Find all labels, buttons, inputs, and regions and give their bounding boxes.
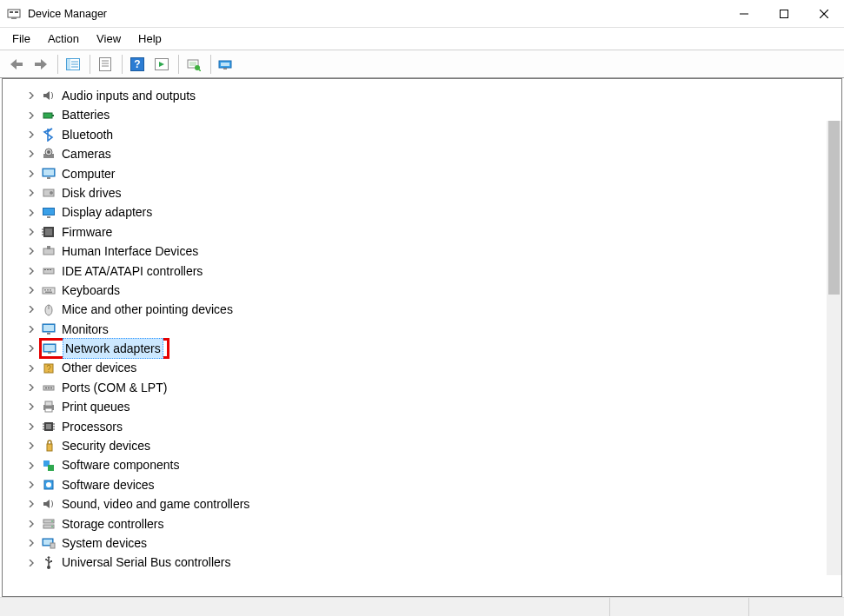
device-tree[interactable]: Audio inputs and outputsBatteriesBluetoo… xyxy=(3,79,841,580)
tree-item-label: Display adapters xyxy=(62,202,152,222)
expand-chevron-icon[interactable] xyxy=(25,401,37,413)
show-hide-tree-button[interactable] xyxy=(62,53,84,76)
speaker-icon xyxy=(41,496,56,512)
expand-chevron-icon[interactable] xyxy=(25,440,37,452)
tree-item-keyboards[interactable]: Keyboards xyxy=(25,281,841,300)
expand-chevron-icon[interactable] xyxy=(25,498,37,510)
nav-forward-button[interactable] xyxy=(30,53,52,76)
tree-item-monitors[interactable]: Monitors xyxy=(25,320,841,339)
toolbar-separator xyxy=(90,55,90,74)
expand-chevron-icon[interactable] xyxy=(25,187,37,199)
expand-chevron-icon[interactable] xyxy=(25,362,37,374)
svg-rect-0 xyxy=(8,10,20,17)
expand-chevron-icon[interactable] xyxy=(25,109,37,122)
menu-action[interactable]: Action xyxy=(39,30,88,48)
close-button[interactable] xyxy=(804,0,844,27)
tree-item-label: Security devices xyxy=(62,436,150,455)
expand-chevron-icon[interactable] xyxy=(25,303,37,315)
status-cell xyxy=(748,598,844,616)
tree-item-ports-com-lpt[interactable]: Ports (COM & LPT) xyxy=(25,378,841,397)
tree-item-audio-inputs-and-outputs[interactable]: Audio inputs and outputs xyxy=(25,86,841,105)
expand-chevron-icon[interactable] xyxy=(25,129,37,141)
menu-view[interactable]: View xyxy=(88,30,130,48)
svg-rect-52 xyxy=(50,269,51,270)
svg-rect-5 xyxy=(781,10,788,17)
minimize-button[interactable] xyxy=(724,0,764,27)
expand-chevron-icon[interactable] xyxy=(25,284,37,296)
devices-printers-button[interactable] xyxy=(215,53,237,76)
menu-file[interactable]: File xyxy=(3,30,39,48)
svg-point-87 xyxy=(46,482,51,487)
expand-chevron-icon[interactable] xyxy=(25,518,37,530)
printer-icon xyxy=(41,399,56,414)
tree-item-label: Storage controllers xyxy=(62,514,164,533)
expand-chevron-icon[interactable] xyxy=(25,460,37,472)
help-button[interactable]: ? xyxy=(126,53,149,76)
tree-item-display-adapters[interactable]: Display adapters xyxy=(25,202,841,222)
svg-rect-73 xyxy=(45,401,52,406)
nav-back-button[interactable] xyxy=(5,53,28,76)
expand-chevron-icon[interactable] xyxy=(25,89,37,102)
properties-button[interactable] xyxy=(94,53,116,76)
tree-item-security-devices[interactable]: Security devices xyxy=(25,436,841,455)
svg-text:?: ? xyxy=(134,58,140,70)
tree-item-bluetooth[interactable]: Bluetooth xyxy=(25,125,841,144)
expand-chevron-icon[interactable] xyxy=(25,207,37,219)
scrollbar-thumb[interactable] xyxy=(828,121,840,295)
tree-item-firmware[interactable]: Firmware xyxy=(25,222,841,242)
svg-point-69 xyxy=(45,387,47,389)
tree-item-label: Keyboards xyxy=(62,281,120,300)
tree-item-label: System devices xyxy=(62,533,147,553)
tree-item-print-queues[interactable]: Print queues xyxy=(25,397,841,416)
expand-chevron-icon[interactable] xyxy=(25,342,37,354)
expand-chevron-icon[interactable] xyxy=(25,148,37,160)
expand-chevron-icon[interactable] xyxy=(25,557,37,569)
tree-item-system-devices[interactable]: System devices xyxy=(25,533,841,553)
svg-rect-3 xyxy=(11,17,17,19)
expand-chevron-icon[interactable] xyxy=(25,323,37,335)
camera-icon xyxy=(41,146,56,162)
tree-item-processors[interactable]: Processors xyxy=(25,417,841,436)
svg-rect-54 xyxy=(44,289,46,291)
tree-item-label: Computer xyxy=(62,164,115,183)
highlighted-tree-item[interactable]: Network adapters xyxy=(39,338,169,359)
tree-item-human-interface-devices[interactable]: Human Interface Devices xyxy=(25,242,841,261)
tree-item-network-adapters[interactable]: Network adapters xyxy=(25,339,841,358)
tree-item-ide-ata-atapi-controllers[interactable]: IDE ATA/ATAPI controllers xyxy=(25,262,841,281)
svg-rect-65 xyxy=(48,352,51,354)
tree-item-software-devices[interactable]: Software devices xyxy=(25,475,841,494)
scan-hardware-button[interactable] xyxy=(183,53,205,76)
firmware-icon xyxy=(41,224,56,240)
tree-item-other-devices[interactable]: ?Other devices xyxy=(25,358,841,377)
tree-item-computer[interactable]: Computer xyxy=(25,164,841,183)
maximize-button[interactable] xyxy=(764,0,804,27)
tree-item-cameras[interactable]: Cameras xyxy=(25,144,841,163)
expand-chevron-icon[interactable] xyxy=(25,265,37,277)
tree-item-sound-video-and-game-controllers[interactable]: Sound, video and game controllers xyxy=(25,494,841,513)
expand-chevron-icon[interactable] xyxy=(25,479,37,491)
expand-chevron-icon[interactable] xyxy=(25,421,37,433)
expand-chevron-icon[interactable] xyxy=(25,226,37,238)
expand-chevron-icon[interactable] xyxy=(25,381,37,394)
tree-item-label: Sound, video and game controllers xyxy=(62,494,249,513)
expand-chevron-icon[interactable] xyxy=(25,168,37,180)
tree-item-universal-serial-bus-controllers[interactable]: Universal Serial Bus controllers xyxy=(25,553,841,572)
ide-icon xyxy=(41,263,56,279)
svg-rect-43 xyxy=(45,229,52,235)
svg-point-70 xyxy=(48,387,50,389)
tree-item-batteries[interactable]: Batteries xyxy=(25,105,841,124)
tree-item-software-components[interactable]: Software components xyxy=(25,455,841,474)
usb-icon xyxy=(41,555,56,571)
svg-rect-30 xyxy=(52,115,54,116)
expand-chevron-icon[interactable] xyxy=(25,245,37,257)
tree-item-disk-drives[interactable]: Disk drives xyxy=(25,183,841,202)
svg-rect-62 xyxy=(47,333,50,334)
vertical-scrollbar[interactable] xyxy=(827,121,841,575)
menu-help[interactable]: Help xyxy=(130,30,170,48)
expand-chevron-icon[interactable] xyxy=(25,537,37,549)
svg-rect-49 xyxy=(43,268,54,274)
action-ext-button[interactable] xyxy=(150,53,173,76)
tree-item-storage-controllers[interactable]: Storage controllers xyxy=(25,514,841,533)
window-controls xyxy=(724,0,844,27)
tree-item-mice-and-other-pointing-devices[interactable]: Mice and other pointing devices xyxy=(25,300,841,319)
